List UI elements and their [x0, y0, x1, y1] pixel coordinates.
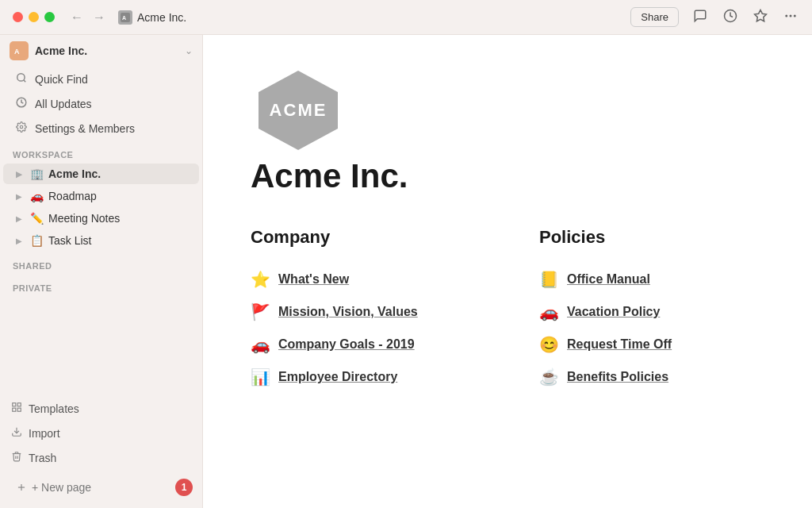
svg-point-6	[794, 14, 796, 17]
task-list-label: Task List	[48, 234, 91, 247]
company-goals-label: Company Goals - 2019	[278, 337, 415, 352]
back-button[interactable]: ←	[67, 9, 86, 26]
vacation-policy-link[interactable]: 🚗 Vacation Policy	[539, 296, 764, 329]
svg-point-12	[20, 125, 23, 129]
svg-point-5	[790, 14, 792, 17]
comment-button[interactable]	[691, 7, 709, 28]
close-button[interactable]	[13, 12, 23, 22]
content-columns: Company ⭐ What's New 🚩 Mission, Vision, …	[251, 227, 764, 394]
whats-new-link[interactable]: ⭐ What's New	[251, 264, 476, 296]
roadmap-label: Roadmap	[48, 190, 97, 202]
vacation-policy-label: Vacation Policy	[567, 305, 660, 319]
sidebar-item-all-updates[interactable]: All Updates	[3, 92, 199, 115]
breadcrumb-icon: A	[118, 10, 132, 25]
workspace-name: Acme Inc.	[35, 44, 178, 57]
meeting-emoji-icon: ✏️	[30, 212, 44, 225]
new-page-label: + New page	[32, 481, 91, 494]
company-goals-link[interactable]: 🚗 Company Goals - 2019	[251, 329, 476, 361]
svg-point-9	[17, 74, 25, 81]
workspace-caret-icon: ⌄	[185, 45, 193, 56]
benefits-link[interactable]: ☕ Benefits Policies	[539, 361, 764, 394]
task-emoji-icon: 📋	[30, 234, 44, 247]
company-column: Company ⭐ What's New 🚩 Mission, Vision, …	[251, 227, 476, 394]
window-controls	[13, 12, 55, 22]
svg-line-10	[24, 80, 26, 83]
shared-section-label: SHARED	[0, 252, 202, 274]
vacation-emoji-icon: 🚗	[539, 302, 559, 321]
gear-icon	[14, 121, 29, 135]
directory-emoji-icon: 📊	[251, 368, 270, 387]
time-off-link[interactable]: 😊 Request Time Off	[539, 329, 764, 361]
quick-find-label: Quick Find	[35, 73, 88, 86]
policies-column: Policies 📒 Office Manual 🚗 Vacation Poli…	[539, 227, 764, 394]
whats-new-label: What's New	[278, 272, 349, 287]
settings-label: Settings & Members	[35, 122, 135, 135]
all-updates-label: All Updates	[35, 98, 92, 110]
clock-icon	[14, 97, 29, 110]
sidebar-item-quick-find[interactable]: Quick Find	[3, 67, 199, 90]
acme-emoji-icon: 🏢	[30, 167, 44, 180]
svg-text:ACME: ACME	[270, 100, 327, 120]
meeting-caret-icon: ▶	[16, 214, 25, 223]
sidebar-item-settings[interactable]: Settings & Members	[3, 117, 199, 140]
favorite-button[interactable]	[752, 7, 769, 28]
page-caret-icon: ▶	[16, 170, 25, 179]
mission-emoji-icon: 🚩	[251, 302, 270, 321]
page-title: Acme Inc.	[251, 157, 764, 195]
svg-rect-15	[13, 408, 16, 411]
main-layout: A Acme Inc. ⌄ Quick Find All Updates Set…	[0, 35, 812, 508]
benefits-emoji-icon: ☕	[539, 368, 559, 387]
sidebar: A Acme Inc. ⌄ Quick Find All Updates Set…	[0, 35, 203, 508]
share-button[interactable]: Share	[630, 7, 679, 27]
workspace-logo: A	[10, 41, 29, 60]
svg-point-4	[785, 14, 787, 17]
company-section-title: Company	[251, 227, 476, 248]
time-off-emoji-icon: 😊	[539, 335, 559, 354]
more-button[interactable]	[782, 7, 799, 28]
private-section-label: PRIVATE	[0, 274, 202, 296]
history-button[interactable]	[722, 7, 739, 28]
svg-rect-16	[17, 408, 21, 411]
whats-new-emoji-icon: ⭐	[251, 270, 270, 289]
forward-button[interactable]: →	[90, 9, 109, 26]
new-page-button[interactable]: + New page	[10, 476, 169, 498]
templates-icon	[11, 402, 22, 415]
roadmap-caret-icon: ▶	[16, 192, 25, 201]
svg-rect-14	[17, 403, 21, 406]
sidebar-item-meeting-notes[interactable]: ▶ ✏️ Meeting Notes	[3, 208, 199, 229]
svg-marker-3	[755, 10, 767, 21]
trash-label: Trash	[29, 452, 56, 464]
import-label: Import	[29, 427, 60, 440]
acme-logo: ACME	[251, 67, 346, 154]
sidebar-item-task-list[interactable]: ▶ 📋 Task List	[3, 230, 199, 251]
acme-inc-label: Acme Inc.	[48, 167, 101, 180]
maximize-button[interactable]	[44, 12, 55, 22]
templates-label: Templates	[29, 402, 79, 415]
employee-directory-label: Employee Directory	[278, 370, 397, 384]
mission-label: Mission, Vision, Values	[278, 305, 418, 319]
notification-badge: 1	[175, 479, 193, 496]
breadcrumb-title: Acme Inc.	[137, 11, 186, 24]
sidebar-item-roadmap[interactable]: ▶ 🚗 Roadmap	[3, 186, 199, 206]
search-icon	[14, 72, 29, 86]
nav-arrows: ← →	[67, 9, 109, 26]
employee-directory-link[interactable]: 📊 Employee Directory	[251, 361, 476, 394]
new-page-area: + New page 1	[0, 470, 202, 508]
sidebar-item-acme-inc[interactable]: ▶ 🏢 Acme Inc.	[3, 164, 199, 184]
benefits-label: Benefits Policies	[567, 370, 668, 384]
sidebar-item-templates[interactable]: Templates	[0, 397, 202, 420]
roadmap-emoji-icon: 🚗	[30, 190, 44, 202]
workspace-header[interactable]: A Acme Inc. ⌄	[0, 35, 202, 67]
office-manual-link[interactable]: 📒 Office Manual	[539, 264, 764, 296]
trash-icon	[11, 451, 22, 464]
sidebar-item-trash[interactable]: Trash	[0, 446, 202, 469]
sidebar-item-import[interactable]: Import	[0, 421, 202, 444]
minimize-button[interactable]	[29, 12, 39, 22]
task-caret-icon: ▶	[16, 237, 25, 245]
mission-link[interactable]: 🚩 Mission, Vision, Values	[251, 296, 476, 329]
svg-text:A: A	[122, 15, 126, 21]
main-content: ACME Acme Inc. Company ⭐ What's New 🚩 Mi…	[203, 35, 812, 508]
workspace-section-label: WORKSPACE	[0, 140, 202, 163]
goals-emoji-icon: 🚗	[251, 335, 270, 354]
import-icon	[11, 426, 22, 440]
